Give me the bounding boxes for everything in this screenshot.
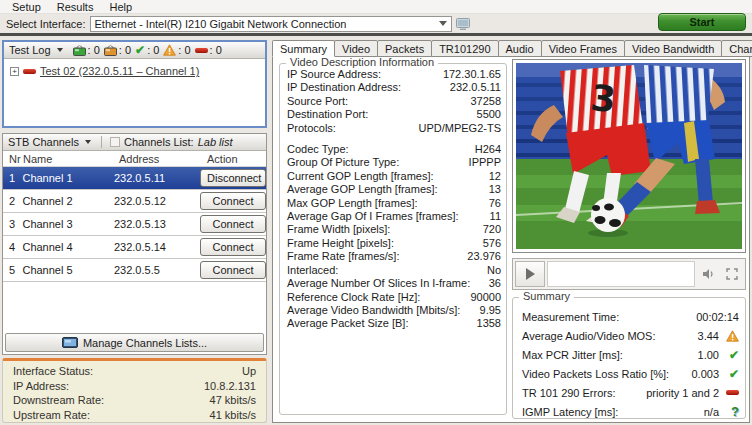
cell-address: 232.0.5.12	[114, 195, 194, 207]
tab-charts[interactable]: Charts	[721, 40, 752, 57]
monitor-icon[interactable]	[456, 18, 470, 30]
column-header-action[interactable]: Action	[203, 153, 266, 165]
chevron-down-icon	[439, 21, 447, 26]
test-log-counter: : 0	[73, 44, 100, 56]
field-value: 90000	[470, 291, 501, 304]
column-header-name[interactable]: Name	[21, 153, 119, 165]
field-row: Current GOP Length [frames]:12	[287, 170, 501, 183]
svg-text:3: 3	[589, 77, 618, 120]
tab-packets[interactable]: Packets	[377, 40, 432, 57]
channels-list-checkbox[interactable]	[110, 137, 120, 147]
status-value: 10.8.2.131	[204, 379, 256, 394]
menu-setup[interactable]: Setup	[4, 1, 49, 13]
field-label: Average GOP Length [frames]:	[287, 183, 438, 196]
field-value: 720	[483, 223, 501, 236]
cell-name: Channel 4	[20, 241, 114, 253]
summary-row: Video Packets Loss Ratio [%]:0.003✔	[522, 364, 739, 383]
summary-tab-content: Video Description Information IP Source …	[272, 56, 750, 423]
field-label: Codec Type:	[287, 143, 349, 156]
video-preview: 3	[516, 63, 742, 249]
field-label: Frame Width [pixels]:	[287, 223, 390, 236]
tab-audio[interactable]: Audio	[498, 40, 542, 57]
cell-nr: 2	[3, 195, 20, 207]
counter-value: : 0	[147, 44, 159, 56]
volume-button[interactable]	[697, 261, 719, 287]
status-value: 47 kbits/s	[210, 393, 256, 408]
status-value: Up	[242, 364, 256, 379]
expand-plus-icon[interactable]: +	[10, 67, 19, 76]
manage-channels-lists-label: Manage Channels Lists...	[83, 337, 207, 349]
field-value: 5500	[477, 108, 501, 121]
error-dash-icon	[195, 48, 208, 53]
tab-tr101290[interactable]: TR101290	[431, 40, 498, 57]
stb-channels-header: STB Channels Channels List: Lab list	[3, 134, 266, 151]
play-button[interactable]	[515, 261, 545, 287]
tab-video[interactable]: Video	[334, 40, 378, 57]
tab-video-bandwidth[interactable]: Video Bandwidth	[624, 40, 722, 57]
check-icon: ✔	[729, 350, 739, 360]
field-value: 1358	[477, 317, 501, 330]
field-value: 172.30.1.65	[443, 68, 501, 81]
status-value: 41 kbits/s	[210, 408, 256, 423]
field-row: IP Destination Address:232.0.5.11	[287, 81, 501, 94]
menu-results[interactable]: Results	[49, 1, 102, 13]
field-row: Frame Rate [frames/s]:23.976	[287, 250, 501, 263]
cell-action: Connect	[194, 215, 266, 233]
tab-video-frames[interactable]: Video Frames	[541, 40, 625, 57]
start-button[interactable]: Start	[658, 13, 746, 31]
stb-channels-title[interactable]: STB Channels	[8, 136, 79, 148]
cell-name: Channel 2	[20, 195, 114, 207]
table-row[interactable]: 1Channel 1232.0.5.11Disconnect	[3, 167, 266, 190]
field-value: 23.976	[467, 250, 501, 263]
summary-title: Summary	[519, 290, 574, 302]
chevron-down-icon[interactable]	[85, 140, 91, 144]
table-row[interactable]: 2Channel 2232.0.5.12Connect	[3, 190, 266, 213]
error-dash-icon	[726, 390, 739, 395]
interface-toolbar: Select Interface: Ethernet - Intel(R) I2…	[0, 14, 752, 33]
interface-dropdown[interactable]: Ethernet - Intel(R) I210 Gigabit Network…	[90, 16, 452, 32]
menu-bar: SetupResultsHelp	[0, 0, 752, 14]
video-preview-frame: 3	[512, 59, 746, 253]
test-log-header[interactable]: Test Log : 0: 0✔: 0: 0: 0	[4, 42, 265, 59]
summary-row: TR 101 290 Errors:priority 1 and 2	[522, 383, 739, 402]
menu-help[interactable]: Help	[101, 1, 140, 13]
table-row[interactable]: 3Channel 3232.0.5.13Connect	[3, 213, 266, 236]
tv-orange-icon	[104, 45, 117, 56]
test-entry-link[interactable]: Test 02 (232.0.5.11 – Channel 1)	[40, 65, 199, 77]
connect-button[interactable]: Connect	[200, 192, 266, 210]
field-row: Destination Port:5500	[287, 108, 501, 121]
disconnect-button[interactable]: Disconnect	[200, 169, 266, 187]
speaker-icon	[702, 268, 714, 280]
column-header-nr[interactable]: Nr	[3, 153, 21, 165]
field-row: Frame Height [pixels]:576	[287, 237, 501, 250]
column-header-address[interactable]: Address	[119, 153, 203, 165]
summary-label: Measurement Time:	[522, 311, 696, 323]
summary-label: Average Audio/Video MOS:	[522, 330, 698, 342]
question-icon: ?	[731, 404, 739, 419]
table-row[interactable]: 4Channel 4232.0.5.14Connect	[3, 236, 266, 259]
table-row[interactable]: 5Channel 5232.0.5.5Connect	[3, 259, 266, 282]
field-row: Average GOP Length [frames]:13	[287, 183, 501, 196]
field-label: Max GOP Length [frames]:	[287, 197, 418, 210]
summary-status-icon: ✔	[722, 369, 739, 379]
field-value: 232.0.5.11	[450, 81, 501, 94]
seek-bar[interactable]	[547, 261, 695, 287]
connect-button[interactable]: Connect	[200, 238, 266, 256]
fullscreen-button[interactable]	[721, 261, 743, 287]
cell-address: 232.0.5.5	[114, 264, 194, 276]
status-row: Downstream Rate:47 kbits/s	[13, 393, 256, 408]
connect-button[interactable]: Connect	[200, 215, 266, 233]
stb-channels-panel: STB Channels Channels List: Lab list Nr …	[2, 133, 267, 355]
summary-label: TR 101 290 Errors:	[522, 387, 646, 399]
tab-summary[interactable]: Summary	[272, 40, 335, 57]
test-log-entry[interactable]: + Test 02 (232.0.5.11 – Channel 1)	[4, 59, 265, 83]
manage-channels-lists-button[interactable]: Manage Channels Lists...	[5, 333, 264, 352]
cell-action: Connect	[194, 192, 266, 210]
field-value: No	[487, 264, 501, 277]
field-label: Frame Rate [frames/s]:	[287, 250, 399, 263]
cell-nr: 1	[3, 172, 20, 184]
test-log-panel: Test Log : 0: 0✔: 0: 0: 0 + Test 02 (232…	[2, 40, 267, 128]
connect-button[interactable]: Connect	[200, 261, 266, 279]
field-label: Average Packet Size [B]:	[287, 317, 408, 330]
error-dash-icon	[23, 69, 36, 74]
